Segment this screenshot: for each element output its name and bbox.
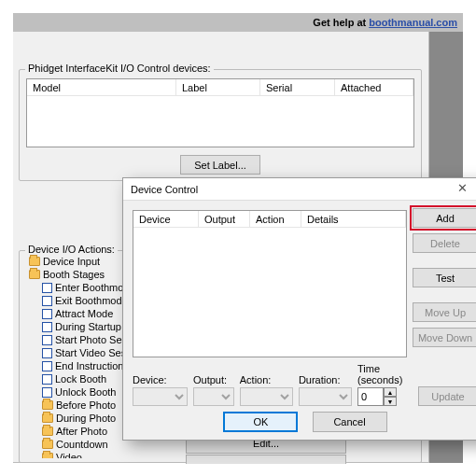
control-list[interactable]: Device Output Action Details bbox=[133, 210, 407, 357]
folder-icon bbox=[42, 440, 53, 449]
checkbox-icon bbox=[42, 283, 52, 293]
update-button: Update bbox=[418, 386, 476, 406]
tree-item-label: Device Input bbox=[43, 255, 100, 268]
spinner-up-icon[interactable]: ▲ bbox=[384, 387, 397, 397]
col-model[interactable]: Model bbox=[27, 79, 176, 96]
duration-label: Duration: bbox=[299, 374, 352, 385]
tree-item-label: Video bbox=[56, 451, 82, 458]
devices-list[interactable]: Model Label Serial Attached bbox=[26, 78, 414, 147]
tree-item-label: Lock Booth bbox=[55, 372, 106, 385]
col-output[interactable]: Output bbox=[199, 211, 250, 228]
ok-button[interactable]: OK bbox=[223, 412, 298, 432]
set-label-button[interactable]: Set Label... bbox=[180, 155, 260, 175]
folder-icon bbox=[29, 270, 40, 279]
tree-item-label: After Photo bbox=[56, 425, 107, 438]
tree-item-label: Attract Mode bbox=[55, 307, 113, 320]
col-serial[interactable]: Serial bbox=[260, 79, 335, 96]
checkbox-icon bbox=[42, 387, 52, 398]
device-label: Device: bbox=[133, 374, 188, 385]
col-details[interactable]: Details bbox=[301, 211, 406, 228]
action-label: Action: bbox=[240, 374, 293, 385]
folder-icon bbox=[42, 413, 53, 423]
devices-group: Phidget InterfaceKit I/O Control devices… bbox=[19, 69, 422, 181]
form-row: Device: Output: Action: Duration: Time (… bbox=[133, 367, 476, 406]
close-icon[interactable]: ✕ bbox=[444, 181, 476, 198]
output-label: Output: bbox=[193, 374, 234, 385]
devices-group-title: Phidget InterfaceKit I/O Control devices… bbox=[25, 63, 214, 74]
checkbox-icon bbox=[42, 361, 52, 371]
time-input[interactable] bbox=[357, 387, 384, 406]
control-list-header: Device Output Action Details bbox=[133, 211, 406, 228]
help-bar: Get help at boothmanual.com bbox=[13, 13, 463, 32]
delete-button: Delete bbox=[413, 233, 476, 253]
app-window: Get help at boothmanual.com Phidget Inte… bbox=[13, 13, 463, 463]
col-attached[interactable]: Attached bbox=[335, 79, 413, 96]
dialog-body: Device Output Action Details Add Delete … bbox=[123, 201, 476, 440]
preview-fragment bbox=[186, 455, 346, 464]
spinner-down-icon[interactable]: ▼ bbox=[384, 397, 397, 406]
dialog-titlebar[interactable]: Device Control ✕ bbox=[123, 178, 476, 201]
checkbox-icon bbox=[42, 348, 52, 358]
tree-item-label: Exit Boothmode bbox=[55, 294, 128, 307]
add-button[interactable]: Add bbox=[413, 208, 476, 228]
folder-icon bbox=[42, 453, 53, 458]
device-control-dialog: Device Control ✕ Device Output Action De… bbox=[122, 177, 476, 441]
action-select[interactable] bbox=[240, 387, 293, 406]
duration-select[interactable] bbox=[299, 387, 352, 406]
tree-item-label: Countdown bbox=[56, 438, 108, 451]
tree-item-label: Unlock Booth bbox=[55, 385, 116, 399]
output-select[interactable] bbox=[193, 387, 234, 406]
side-buttons: Add Delete Test Move Up Move Down bbox=[413, 208, 476, 353]
actions-group-title: Device I/O Actions: bbox=[25, 244, 118, 255]
tree-item[interactable]: Video bbox=[23, 451, 152, 458]
tree-item-label: End Instructions bbox=[55, 359, 129, 372]
device-select[interactable] bbox=[133, 387, 188, 406]
move-up-button: Move Up bbox=[413, 302, 476, 322]
cancel-button[interactable]: Cancel bbox=[313, 412, 387, 432]
tree-item-label: During Photo bbox=[56, 412, 116, 425]
dialog-title: Device Control bbox=[131, 184, 198, 195]
test-button[interactable]: Test bbox=[413, 268, 476, 287]
tree-item-label: During Startup bbox=[55, 320, 121, 333]
folder-icon bbox=[42, 427, 53, 436]
col-label[interactable]: Label bbox=[176, 79, 260, 96]
devices-list-header: Model Label Serial Attached bbox=[27, 79, 413, 96]
checkbox-icon bbox=[42, 374, 52, 385]
checkbox-icon bbox=[42, 296, 52, 306]
folder-icon bbox=[42, 400, 53, 410]
dialog-footer: OK Cancel bbox=[123, 412, 476, 432]
help-link[interactable]: boothmanual.com bbox=[369, 17, 457, 28]
move-down-button: Move Down bbox=[413, 328, 476, 347]
col-device[interactable]: Device bbox=[133, 211, 199, 228]
checkbox-icon bbox=[42, 335, 52, 345]
tree-item-label: Before Photo bbox=[56, 399, 116, 412]
col-action[interactable]: Action bbox=[250, 211, 301, 228]
tree-item-label: Booth Stages bbox=[43, 268, 105, 281]
help-prefix: Get help at bbox=[313, 17, 369, 28]
time-label: Time (seconds) bbox=[357, 363, 413, 385]
folder-icon bbox=[29, 257, 40, 266]
checkbox-icon bbox=[42, 309, 52, 319]
checkbox-icon bbox=[42, 322, 52, 332]
